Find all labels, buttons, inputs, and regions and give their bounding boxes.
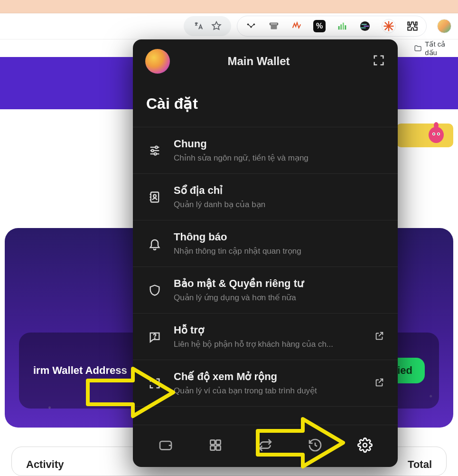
activity-label: Activity [26,458,64,471]
svg-rect-12 [360,28,365,29]
settings-item-address-book[interactable]: Sổ địa chỉ Quản lý danh bạ của bạn [133,173,398,220]
settings-item-security[interactable]: Bảo mật & Quyền riêng tư Quản lý ứng dụn… [133,267,398,313]
svg-point-18 [434,122,439,129]
address-book-icon [146,189,163,206]
settings-item-subtitle: Quản lý ví của bạn trong tab trình duyệt [174,386,364,396]
settings-item-subtitle: Nhận thông tin cập nhật quan trọng [174,246,384,256]
svg-point-21 [433,133,435,135]
svg-point-22 [438,133,439,135]
svg-rect-6 [340,24,342,29]
nav-settings-icon[interactable] [355,435,375,456]
all-bookmarks-label[interactable]: Tất cả dấu [425,40,458,57]
wallet-address-label: irm Wallet Address [33,364,127,377]
extension-wave-icon[interactable] [290,20,303,32]
browser-profile-avatar[interactable] [437,19,451,33]
bell-icon [146,235,163,252]
folder-icon [414,44,422,53]
extension-solana-icon[interactable] [359,20,371,32]
svg-rect-4 [271,25,277,29]
browser-top-bar [0,0,458,13]
help-chat-icon [146,328,163,345]
svg-point-28 [154,152,157,155]
svg-point-24 [155,146,158,148]
svg-rect-36 [210,440,215,444]
svg-rect-7 [343,23,344,30]
svg-point-26 [151,149,154,152]
svg-point-34 [154,338,155,338]
external-link-icon [374,377,384,390]
settings-item-title: Thông báo [174,231,384,243]
settings-item-title: Hỗ trợ [174,324,364,336]
settings-item-subtitle: Liên hệ bộ phận hỗ trợ khách hàng của ch… [174,339,364,349]
settings-item-title: Chế độ xem Mở rộng [174,371,364,383]
svg-rect-10 [361,24,366,25]
svg-rect-11 [364,26,369,27]
external-link-icon [374,331,384,343]
nav-apps-icon[interactable] [205,435,226,456]
svg-rect-3 [270,23,278,25]
settings-item-expanded-view[interactable]: Chế độ xem Mở rộng Quản lý ví của bạn tr… [133,360,398,407]
sliders-icon [146,142,163,159]
settings-item-notifications[interactable]: Thông báo Nhận thông tin cập nhật quan t… [133,220,398,267]
nav-swap-icon[interactable] [255,435,276,456]
settings-item-general[interactable]: Chung Chỉnh sửa ngôn ngữ, tiền tệ và mạn… [133,127,398,173]
extension-phantom-icon[interactable] [382,19,396,33]
bookmark-star-icon[interactable] [210,20,223,32]
svg-rect-38 [210,446,215,450]
settings-item-support[interactable]: Hỗ trợ Liên hệ bộ phận hỗ trợ khách hàng… [133,313,398,360]
extension-percent-icon[interactable]: % [313,20,326,32]
settings-item-subtitle: Chỉnh sửa ngôn ngữ, tiền tệ và mạng [174,153,384,163]
svg-rect-8 [345,25,346,29]
nav-wallet-icon[interactable] [155,435,176,456]
wallet-name[interactable]: Main Wallet [154,55,364,68]
settings-item-title: Bảo mật & Quyền riêng tư [174,277,384,290]
settings-list: Chung Chỉnh sửa ngôn ngữ, tiền tệ và mạn… [133,127,398,425]
address-bar-actions [184,16,231,36]
nav-history-icon[interactable] [305,435,326,456]
svg-rect-37 [216,440,220,444]
settings-item-subtitle: Quản lý danh bạ của bạn [174,200,384,209]
wallet-extension-popup: Main Wallet Cài đặt Chung Chỉnh sửa ngôn… [133,39,398,467]
extension-archive-icon[interactable] [268,20,280,32]
extensions-menu-icon[interactable] [406,20,419,32]
extension-bars-icon[interactable] [336,20,348,32]
svg-point-40 [363,443,367,447]
popup-header: Main Wallet [133,39,398,83]
total-label: Total [408,458,432,471]
settings-item-subtitle: Quản lý ứng dụng và hơn thế nữa [174,293,384,303]
shield-icon [146,282,163,299]
pink-mascot-icon [427,121,446,143]
svg-rect-5 [338,26,340,29]
svg-point-30 [153,194,156,197]
svg-rect-39 [216,446,220,450]
settings-item-title: Sổ địa chỉ [174,184,384,197]
settings-item-title: Chung [174,138,384,150]
svg-point-17 [429,127,444,143]
popup-bottom-nav [133,425,398,467]
translate-icon[interactable] [192,20,205,32]
fullscreen-icon [146,375,163,392]
extension-dots-icon[interactable] [245,20,257,32]
expand-icon[interactable] [372,54,385,69]
extensions-bar: % [237,16,427,37]
browser-toolbar: % [0,13,458,39]
settings-heading: Cài đặt [133,83,398,127]
